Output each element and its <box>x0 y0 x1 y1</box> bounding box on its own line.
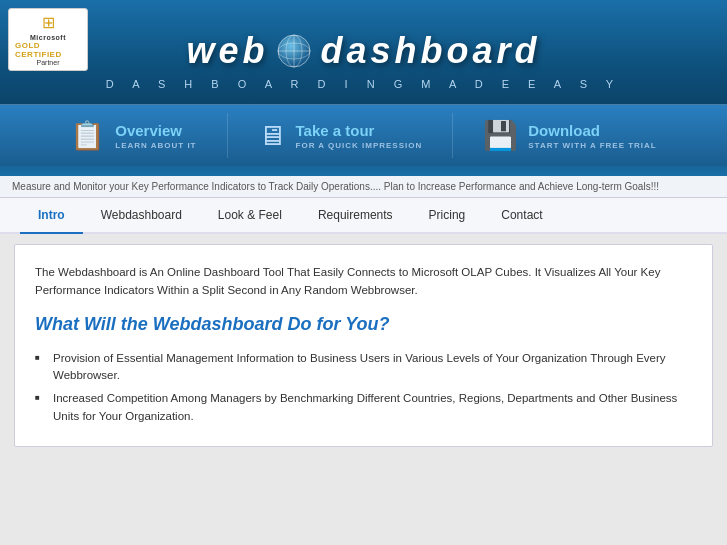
tab-pricing[interactable]: Pricing <box>411 198 484 234</box>
logo-tagline: D A S H B O A R D I N G M A D E E A S Y <box>0 78 727 90</box>
tab-look-feel[interactable]: Look & Feel <box>200 198 300 234</box>
tab-intro[interactable]: Intro <box>20 198 83 234</box>
overview-sub: LEARN ABOUT IT <box>115 141 196 150</box>
ms-logo-icon: ⊞ <box>42 13 55 32</box>
logo-grid-icon <box>276 33 312 69</box>
bullet-item-1: Provision of Essential Management Inform… <box>35 347 692 388</box>
ms-badge-title: Microsoft <box>30 34 66 41</box>
section-title: What Will the Webdashboard Do for You? <box>35 314 692 335</box>
logo-area: web dashboard D A S H B O A R D I N <box>0 30 727 90</box>
ms-badge-gold: GOLD CERTIFIED <box>15 41 81 59</box>
marquee-text: Measure and Monitor your Key Performance… <box>12 181 659 192</box>
bullet-item-2: Increased Competition Among Managers by … <box>35 387 692 428</box>
overview-text: Overview LEARN ABOUT IT <box>115 122 196 150</box>
tab-webdashboard[interactable]: Webdashboard <box>83 198 200 234</box>
nav-strip: 📋 Overview LEARN ABOUT IT 🖥 Take a tour … <box>0 104 727 166</box>
main-content: The Webdashboard is An Online Dashboard … <box>14 244 713 447</box>
logo-text: web dashboard <box>0 30 727 72</box>
overview-title: Overview <box>115 122 196 139</box>
download-icon: 💾 <box>483 119 518 152</box>
ms-badge-partner: Partner <box>37 59 60 66</box>
tab-contact[interactable]: Contact <box>483 198 560 234</box>
tab-requirements[interactable]: Requirements <box>300 198 411 234</box>
download-text: Download START WITH A FREE TRIAL <box>528 122 656 150</box>
download-title: Download <box>528 122 656 139</box>
bullet-list: Provision of Essential Management Inform… <box>35 347 692 428</box>
nav-item-tour[interactable]: 🖥 Take a tour FOR A QUICK IMPRESSION <box>228 113 454 158</box>
logo-web: web <box>186 30 268 72</box>
tab-nav: Intro Webdashboard Look & Feel Requireme… <box>0 198 727 234</box>
ms-badge: ⊞ Microsoft GOLD CERTIFIED Partner <box>8 8 88 71</box>
marquee-bar: Measure and Monitor your Key Performance… <box>0 176 727 198</box>
intro-paragraph: The Webdashboard is An Online Dashboard … <box>35 263 692 300</box>
tour-title: Take a tour <box>296 122 423 139</box>
logo-dashboard: dashboard <box>320 30 540 72</box>
nav-item-download[interactable]: 💾 Download START WITH A FREE TRIAL <box>453 113 686 158</box>
tour-icon: 🖥 <box>258 119 286 152</box>
nav-item-overview[interactable]: 📋 Overview LEARN ABOUT IT <box>40 113 227 158</box>
tour-text: Take a tour FOR A QUICK IMPRESSION <box>296 122 423 150</box>
download-sub: START WITH A FREE TRIAL <box>528 141 656 150</box>
header: ⊞ Microsoft GOLD CERTIFIED Partner web <box>0 0 727 176</box>
overview-icon: 📋 <box>70 119 105 152</box>
tour-sub: FOR A QUICK IMPRESSION <box>296 141 423 150</box>
